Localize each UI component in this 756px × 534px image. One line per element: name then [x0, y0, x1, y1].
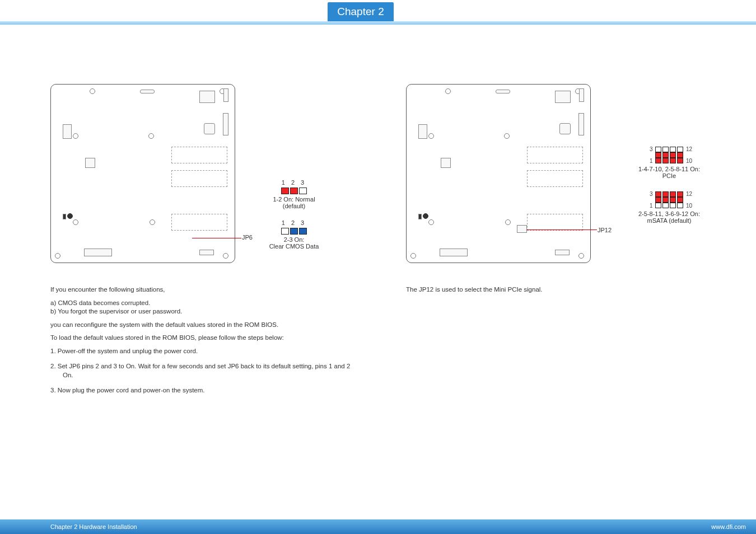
caption-text: (default) [283, 203, 305, 209]
jp12-block-on-board [517, 225, 527, 233]
connector [496, 90, 510, 93]
chip [85, 158, 95, 168]
pin-3 [299, 188, 307, 194]
caption-text: PCIe [662, 172, 676, 179]
mounting-hole [578, 253, 584, 259]
mounting-hole [428, 219, 434, 225]
caption-text: mSATA (default) [647, 217, 691, 224]
step-1: 1. Power-off the system and unplug the p… [50, 347, 356, 356]
jumper-1-2-on [241, 188, 347, 194]
right-column: JP12 3 12 1 10 [378, 73, 756, 498]
jp12-jumper-diagrams: 3 12 1 10 1-4-7-10, 2-5-8-11 On: [613, 146, 725, 224]
jumper-row-bot [655, 203, 683, 208]
mounting-hole [55, 253, 60, 259]
pin-1 [281, 228, 289, 235]
caption-text: 2-5-8-11, 3-6-9-12 On: [638, 210, 700, 217]
jp12-caption-msata: 2-5-8-11, 3-6-9-12 On: mSATA (default) [613, 210, 725, 224]
chip [199, 250, 214, 255]
chip [84, 249, 112, 256]
pin-num: 3 [650, 146, 653, 152]
page-footer: Chapter 2 Hardware Installation www.dfi.… [0, 519, 756, 534]
jp12-caption-pcie: 1-4-7-10, 2-5-8-11 On: PCIe [613, 166, 725, 179]
mounting-hole [428, 133, 434, 139]
slot [171, 147, 227, 163]
footer-left: Chapter 2 Hardware Installation [50, 523, 137, 530]
chip [199, 91, 215, 103]
jp12-desc: The JP12 is used to select the Mini PCIe… [406, 285, 717, 294]
tab-bar: Chapter 2 [0, 0, 756, 28]
jumper-caption: 1-2 On: Normal (default) [241, 196, 347, 209]
jumper-row-mid [655, 152, 683, 158]
pin-num: 10 [686, 158, 692, 164]
jp12-block-pcie: 3 12 1 10 [655, 147, 683, 163]
pin-num: 12 [686, 191, 692, 197]
toload-text: To load the default values stored in the… [50, 334, 356, 343]
jumper-caption: 2-3 On: Clear CMOS Data [241, 236, 347, 250]
jumper-pins-label: 1 2 3 [241, 179, 347, 186]
pin-block [418, 214, 422, 219]
chip [555, 250, 570, 255]
chip [555, 91, 571, 103]
pin-block [63, 214, 66, 219]
cpu-icon [559, 123, 571, 134]
tab-underline [0, 21, 756, 25]
chip [441, 158, 451, 168]
content-columns: JP6 1 2 3 1-2 On: Normal (default) 1 2 3 [0, 73, 756, 498]
caption-text: Clear CMOS Data [269, 243, 319, 250]
chip [579, 88, 584, 102]
pin-num: 3 [650, 191, 653, 197]
cpu-icon [204, 123, 215, 134]
jumper-pins-label: 1 2 3 [241, 219, 347, 226]
situation-b: b) You forgot the supervisor or user pas… [50, 307, 356, 316]
pin-2 [290, 188, 298, 194]
pin-num: 10 [686, 203, 692, 209]
mounting-hole [504, 133, 510, 139]
pin-num: 1 [650, 203, 653, 209]
jumper-row-mid [655, 197, 683, 203]
pin-2 [290, 228, 298, 235]
caption-text: 1-4-7-10, 2-5-8-11 On: [638, 166, 700, 172]
pin-dot [423, 213, 428, 219]
pin-3 [299, 228, 307, 235]
pin-num: 1 [650, 158, 653, 164]
jp6-jumper-diagrams: 1 2 3 1-2 On: Normal (default) 1 2 3 [241, 179, 347, 250]
chip [578, 113, 584, 135]
slot [171, 214, 227, 231]
mounting-hole [73, 219, 78, 225]
callout-line-jp12 [527, 229, 597, 230]
mounting-hole [73, 133, 78, 139]
pin-num: 12 [686, 146, 692, 152]
page: Chapter 2 [0, 0, 756, 534]
mounting-hole [445, 88, 451, 94]
jumper-row-top [655, 147, 683, 152]
step-2: 2. Set JP6 pins 2 and 3 to On. Wait for … [50, 362, 356, 380]
chip [63, 124, 72, 139]
board-diagram-right: JP12 [406, 84, 591, 263]
chip [418, 124, 427, 139]
board-diagram-left: JP6 [50, 84, 235, 263]
jp12-block-msata: 3 12 1 10 [655, 191, 683, 208]
mounting-hole [505, 219, 511, 225]
step-3: 3. Now plug the power cord and power-on … [50, 386, 356, 395]
left-column: JP6 1 2 3 1-2 On: Normal (default) 1 2 3 [0, 73, 378, 498]
slot [527, 214, 583, 231]
chip [223, 88, 228, 102]
intro-text: If you encounter the following situation… [50, 285, 356, 294]
left-body-text: If you encounter the following situation… [50, 285, 356, 395]
connector [140, 90, 155, 93]
steps-list: 1. Power-off the system and unplug the p… [50, 347, 356, 395]
jumper-2-3-on [241, 228, 347, 235]
situation-a: a) CMOS data becomes corrupted. [50, 299, 356, 308]
jumper-row-bot [655, 158, 683, 163]
callout-line-jp6 [192, 238, 241, 238]
pin-1 [281, 188, 289, 194]
slot [171, 170, 227, 187]
mounting-hole [90, 88, 95, 94]
mounting-hole [223, 253, 228, 259]
slot [527, 147, 583, 163]
footer-right: www.dfi.com [711, 523, 746, 530]
caption-text: 1-2 On: Normal [273, 196, 315, 203]
jp12-label: JP12 [598, 227, 612, 233]
caption-text: 2-3 On: [284, 236, 305, 243]
mounting-hole [410, 253, 416, 259]
